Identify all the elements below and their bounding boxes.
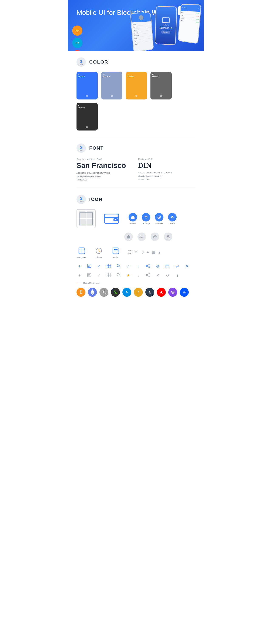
svg-point-10	[158, 216, 160, 218]
svg-line-39	[147, 266, 149, 267]
share-icon-gray	[145, 273, 151, 278]
svg-rect-40	[166, 265, 169, 268]
swatch-gray: #666666	[150, 72, 172, 100]
discover-icon-item: Discover	[154, 213, 164, 224]
icon-wireframe-area: Assets Exchange Discover Profile	[76, 209, 196, 228]
profile-icon-item: Profile	[167, 213, 178, 224]
sketch-badge	[72, 26, 82, 36]
svg-rect-29	[107, 264, 108, 266]
color-swatches: #3574FA #8DA0C8 #F5A623 #666666 #303030	[76, 72, 196, 130]
dash-icon: D	[122, 288, 131, 297]
order-icon	[111, 246, 120, 256]
sf-name: San Francisco	[76, 161, 134, 170]
list-icon-gray	[86, 273, 92, 278]
din-digits: 1234567890	[138, 178, 196, 181]
redo-icon-gray: ↺	[164, 273, 170, 278]
share-icon-blue	[145, 264, 151, 269]
icon-section-header: 3 THREE ICON	[76, 195, 196, 204]
phone-mockup-2: myWallet 6,297,502.12 Sign up	[155, 6, 177, 45]
sf-uppercase: ABCDEFGHIJKLMNOPQRSTUVWXYZ	[76, 171, 134, 175]
history-icon	[94, 246, 104, 256]
wallet-wireframe-grid	[76, 209, 96, 228]
crescent-icon: ☽	[140, 250, 144, 254]
check-icon-blue: ✓	[96, 264, 102, 269]
svg-rect-45	[107, 273, 108, 275]
blockchain-label: BlockChain Icon	[76, 282, 196, 284]
star-icon-blue: ☆	[126, 264, 131, 269]
swap-icon-blue: ⇌	[174, 264, 180, 269]
phone-mockup-1: Profile AI Mangment Message Red Cable Ni…	[130, 12, 154, 51]
section-1-circle: 1 ONE	[76, 58, 86, 67]
swatch-dark: #303030	[76, 103, 98, 130]
chat-icon: 💬	[128, 250, 132, 254]
svg-point-33	[117, 264, 120, 267]
discover-icon	[155, 213, 164, 222]
settings-icon-blue: ⚙	[155, 264, 161, 269]
discover-icon-gray-item	[150, 232, 160, 241]
svg-marker-57	[92, 289, 94, 293]
history-label: History	[96, 256, 102, 258]
profile-icon-gray-item	[163, 232, 174, 241]
svg-point-36	[146, 265, 147, 266]
utility-icons-blue-row: + ✓ ☆ ‹ ⚙ ⇌ ✕	[76, 264, 196, 269]
svg-rect-31	[107, 266, 108, 268]
search-icon-gray	[116, 273, 122, 278]
grid-icon-blue	[106, 264, 112, 269]
assets-icon-gray-item	[123, 232, 134, 241]
exchange-icon-gray-item	[136, 232, 147, 241]
din-lowercase: abcdefghijklmnopqrstuvwxyz	[138, 174, 196, 178]
color-section-header: 1 ONE COLOR	[76, 58, 196, 67]
grid-icon-gray	[106, 273, 112, 278]
ps-badge: Ps	[72, 38, 82, 48]
svg-marker-12	[127, 235, 130, 238]
svg-rect-32	[109, 266, 111, 268]
svg-rect-30	[109, 264, 111, 266]
crypto-icons-row: ₿ Ł D Z	[76, 288, 196, 297]
icon-section: 3 THREE ICON	[68, 188, 204, 303]
screens-badge: 60+ Screens	[72, 50, 82, 51]
color-title: COLOR	[89, 59, 108, 65]
font-section: 2 TWO FONT Regular · Medium · Bold San F…	[68, 137, 204, 188]
section-2-circle: 2 TWO	[76, 144, 86, 153]
neo-icon	[111, 288, 120, 297]
discover-icon-gray	[151, 232, 159, 241]
svg-point-7	[114, 219, 116, 220]
font-din: Medium · Bold DIN ABCDEFGHIJKLMNOPQRSTUV…	[138, 158, 196, 182]
din-name: DIN	[138, 161, 196, 170]
svg-marker-8	[131, 216, 134, 219]
assets-icon-item: Assets	[128, 213, 138, 224]
management-icon-item: Mangment	[76, 246, 87, 258]
blockchain-line	[76, 283, 82, 283]
history-icon-item: History	[94, 246, 104, 258]
btc-icon: ₿	[76, 288, 86, 297]
exchange-icon-item: Exchange	[141, 213, 151, 224]
export-icon-blue	[164, 264, 170, 269]
svg-point-14	[154, 236, 156, 238]
svg-line-54	[147, 274, 149, 275]
svg-line-55	[147, 275, 149, 276]
din-uppercase: ABCDEFGHIJKLMNOPQRSTUVWXYZ	[138, 171, 196, 174]
nav-icons-blue: Assets Exchange Discover Profile	[128, 213, 178, 224]
exchange-icon	[142, 213, 150, 222]
din-style-label: Medium · Bold	[138, 158, 196, 160]
info-icon-gray: ℹ	[174, 273, 180, 278]
order-icon-item: Order	[110, 246, 121, 258]
svg-marker-58	[90, 293, 92, 295]
zcash-icon: Z	[134, 288, 143, 297]
layers-icon: ≡	[135, 250, 138, 254]
eth-icon	[88, 288, 97, 297]
check-icon-gray: ✓	[96, 273, 102, 278]
svg-point-35	[149, 264, 150, 265]
phone-mockup-3: myWallet + BTC+5.2% ETH-1.2% WAVES+2.1% …	[178, 4, 202, 44]
assets-icon	[128, 213, 137, 222]
svg-text:D: D	[126, 291, 128, 294]
waves-icon	[180, 288, 189, 297]
swatch-orange: #F5A623	[126, 72, 147, 100]
swatch-blue: #3574FA	[76, 72, 98, 100]
hero-badges: Ps 60+ Screens	[72, 26, 82, 51]
info-icon: ℹ	[158, 250, 160, 254]
phone-mockups: Profile AI Mangment Message Red Cable Ni…	[128, 4, 204, 51]
svg-point-51	[149, 273, 150, 274]
svg-point-37	[149, 266, 150, 268]
font-grid: Regular · Medium · Bold San Francisco AB…	[76, 158, 196, 182]
